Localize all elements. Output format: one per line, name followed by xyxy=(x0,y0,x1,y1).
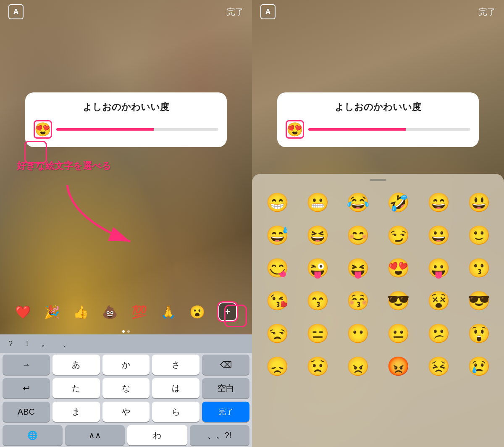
key-abc[interactable]: ABC xyxy=(3,402,50,422)
emoji-grinning[interactable]: 😀 xyxy=(420,221,457,250)
left-top-bar: A 完了 xyxy=(0,4,252,19)
poll-slider-row-right: 😍 xyxy=(286,120,470,139)
done-button-right[interactable]: 完了 xyxy=(479,6,496,18)
key-period[interactable]: 。 xyxy=(38,337,52,350)
emoji-kissing-heart[interactable]: 😘 xyxy=(259,286,296,316)
emoji-grin[interactable]: 😁 xyxy=(259,188,296,217)
emoji-cool[interactable]: 😎 xyxy=(460,286,497,316)
key-tab[interactable]: → xyxy=(3,355,50,375)
emoji-rage[interactable]: 😡 xyxy=(380,352,417,381)
emoji-laugh[interactable]: 😂 xyxy=(339,188,376,217)
emoji-dizzy[interactable]: 😵 xyxy=(420,286,457,316)
keyboard-row-3: ABC ま や ら 完了 xyxy=(0,400,252,423)
quick-emoji-pray[interactable]: 🙏 xyxy=(160,305,176,319)
emoji-stuck-out-tongue[interactable]: 😛 xyxy=(420,253,457,283)
key-sa[interactable]: さ xyxy=(152,355,200,375)
annotation-arrow xyxy=(63,176,147,252)
emoji-expressionless[interactable]: 😑 xyxy=(299,319,336,348)
emoji-persevere[interactable]: 😣 xyxy=(420,352,457,381)
poll-slider-row: 😍 xyxy=(34,120,218,139)
poll-title-right: よしおのかわいい度 xyxy=(286,101,470,113)
quick-emoji-heart[interactable]: ❤️ xyxy=(15,305,31,319)
emoji-grimace[interactable]: 😬 xyxy=(299,188,336,217)
key-ka[interactable]: か xyxy=(102,355,150,375)
poll-card-right: よしおのかわいい度 😍 xyxy=(277,92,479,147)
key-ra[interactable]: ら xyxy=(152,402,200,422)
page-dots xyxy=(0,330,252,333)
key-a[interactable]: あ xyxy=(52,355,100,375)
emoji-neutral[interactable]: 😐 xyxy=(380,319,417,348)
emoji-cry[interactable]: 😢 xyxy=(460,352,497,381)
right-top-bar: A 完了 xyxy=(252,4,504,19)
quick-emoji-wow[interactable]: 😮 xyxy=(189,305,205,319)
key-ha[interactable]: は xyxy=(152,378,200,398)
emoji-highlight-box xyxy=(24,141,47,163)
emoji-picker-sheet: 😁 😬 😂 🤣 😄 😃 😅 😆 😊 😏 😀 🙂 😋 😜 😝 😍 😛 😗 😘 😙 … xyxy=(252,174,504,447)
emoji-stuck-out-tongue-closed[interactable]: 😝 xyxy=(339,253,376,283)
key-undo[interactable]: ↩ xyxy=(3,378,50,398)
emoji-yum[interactable]: 😋 xyxy=(259,253,296,283)
key-comma[interactable]: 、 xyxy=(59,337,74,350)
emoji-unamused[interactable]: 😒 xyxy=(259,319,296,348)
quick-emoji-thumbsup[interactable]: 👍 xyxy=(73,305,89,319)
emoji-heart-eyes[interactable]: 😍 xyxy=(380,253,417,283)
quick-emoji-poop[interactable]: 💩 xyxy=(102,305,118,319)
emoji-smirk[interactable]: 😏 xyxy=(380,221,417,250)
emoji-smile[interactable]: 😄 xyxy=(420,188,457,217)
emoji-blush[interactable]: 😊 xyxy=(339,221,376,250)
dot-2 xyxy=(127,330,130,333)
quick-emoji-100[interactable]: 💯 xyxy=(131,305,147,319)
key-na[interactable]: な xyxy=(102,378,150,398)
left-phone-panel: A 完了 よしおのかわいい度 😍 好きな絵文字を選べる ❤️ 🎉 👍 💩 💯 xyxy=(0,0,252,447)
emoji-disappointed[interactable]: 😞 xyxy=(259,352,296,381)
dot-1 xyxy=(122,330,125,333)
emoji-angry[interactable]: 😠 xyxy=(339,352,376,381)
emoji-satisfied[interactable]: 😆 xyxy=(299,221,336,250)
keyboard-row-2: ↩ た な は 空白 xyxy=(0,376,252,400)
poll-slider-right[interactable] xyxy=(308,128,470,131)
emoji-stuck-out-tongue-wink[interactable]: 😜 xyxy=(299,253,336,283)
emoji-rofl[interactable]: 🤣 xyxy=(380,188,417,217)
poll-emoji-left[interactable]: 😍 xyxy=(34,120,52,139)
emoji-confused[interactable]: 😕 xyxy=(420,319,457,348)
key-kana[interactable]: ∧∧ xyxy=(65,425,125,445)
emoji-kissing-smiling[interactable]: 😙 xyxy=(299,286,336,316)
add-button-highlight xyxy=(224,305,247,327)
special-keys-row: ? ! 。 、 xyxy=(0,334,252,353)
key-ya[interactable]: や xyxy=(102,402,150,422)
right-phone-panel: A 完了 よしおのかわいい度 😍 😁 😬 😂 🤣 😄 😃 😅 😆 😊 😏 😀 xyxy=(252,0,504,447)
sheet-handle xyxy=(370,179,386,181)
emoji-astonished[interactable]: 😲 xyxy=(460,319,497,348)
emoji-slightly-smile[interactable]: 🙂 xyxy=(460,221,497,250)
key-ta[interactable]: た xyxy=(52,378,100,398)
keyboard-icon-right[interactable]: A xyxy=(260,4,276,19)
keyboard-row-1: → あ か さ ⌫ xyxy=(0,353,252,376)
key-wa[interactable]: わ xyxy=(127,425,187,445)
emoji-smiley[interactable]: 😃 xyxy=(460,188,497,217)
keyboard-icon-left[interactable]: A xyxy=(8,4,24,19)
poll-emoji-right[interactable]: 😍 xyxy=(286,120,304,139)
emoji-grid: 😁 😬 😂 🤣 😄 😃 😅 😆 😊 😏 😀 🙂 😋 😜 😝 😍 😛 😗 😘 😙 … xyxy=(259,188,497,381)
poll-slider[interactable] xyxy=(56,128,218,131)
key-backspace[interactable]: ⌫ xyxy=(202,355,249,375)
poll-title-left: よしおのかわいい度 xyxy=(34,101,218,113)
emoji-kissing[interactable]: 😗 xyxy=(460,253,497,283)
quick-emoji-party[interactable]: 🎉 xyxy=(44,305,60,319)
poll-card-left: よしおのかわいい度 😍 xyxy=(25,92,227,147)
japanese-keyboard: ? ! 。 、 → あ か さ ⌫ ↩ た な は 空白 ABC ま や ら 完… xyxy=(0,334,252,447)
key-punctuation[interactable]: 、。?! xyxy=(190,425,250,445)
key-done-kb[interactable]: 完了 xyxy=(202,402,249,422)
emoji-worried[interactable]: 😟 xyxy=(299,352,336,381)
keyboard-row-4: 🌐 ∧∧ わ 、。?! xyxy=(0,423,252,447)
emoji-no-mouth[interactable]: 😶 xyxy=(339,319,376,348)
key-space[interactable]: 空白 xyxy=(202,378,249,398)
key-exclaim[interactable]: ! xyxy=(23,338,32,350)
emoji-sweat-smile[interactable]: 😅 xyxy=(259,221,296,250)
emoji-sunglasses[interactable]: 😎 xyxy=(380,286,417,316)
key-globe[interactable]: 🌐 xyxy=(3,425,63,445)
emoji-quick-bar: ❤️ 🎉 👍 💩 💯 🙏 😮 + xyxy=(0,298,252,325)
key-ma[interactable]: ま xyxy=(52,402,100,422)
key-question[interactable]: ? xyxy=(5,338,16,350)
done-button-left[interactable]: 完了 xyxy=(227,6,244,18)
emoji-kissing-closed[interactable]: 😚 xyxy=(339,286,376,316)
